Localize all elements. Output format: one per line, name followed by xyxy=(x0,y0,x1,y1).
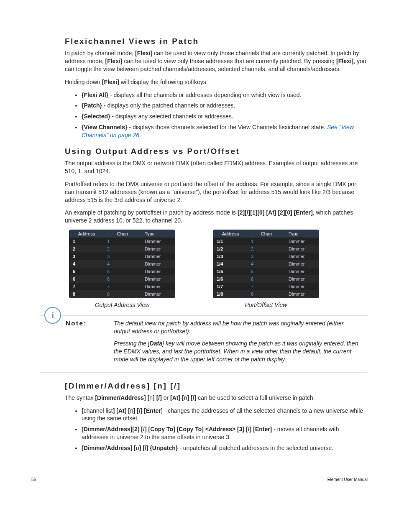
text: Pressing the [ xyxy=(114,340,150,347)
cell-type: Dimmer xyxy=(285,245,319,253)
text: or xyxy=(162,394,170,401)
text: ] [/] xyxy=(153,394,162,401)
cell-type: Dimmer xyxy=(141,268,175,275)
cell-chan: 6 xyxy=(248,275,285,283)
softkey-selected: {Selected} xyxy=(82,113,110,120)
text: can be used to view only those addresses… xyxy=(123,58,336,64)
col-header-address: Address xyxy=(213,230,248,238)
table-row: 55Dimmer xyxy=(69,268,175,275)
table-row: 66Dimmer xyxy=(69,275,175,283)
key-flexi: [Flexi] xyxy=(105,58,123,64)
text: can be used to select a full universe in… xyxy=(196,394,315,401)
cell-chan: 5 xyxy=(248,268,285,275)
cell-type: Dimmer xyxy=(141,238,175,245)
flex-paragraph-1: In patch by channel mode, [Flexi] can be… xyxy=(65,49,368,73)
softkey-flexi-all: {Flexi All} xyxy=(82,92,108,98)
note-paragraph: Pressing the [Data] key will move betwee… xyxy=(114,340,359,363)
port-offset-table: Address Chan Type 1/11Dimmer1/22Dimmer1/… xyxy=(213,230,319,298)
cell-address: 6 xyxy=(69,275,104,283)
output-paragraph-2: Port/offset refers to the DMX universe o… xyxy=(65,180,368,204)
table-row: 77Dimmer xyxy=(69,283,175,290)
cell-type: Dimmer xyxy=(141,245,175,253)
cell-address: 4 xyxy=(69,260,104,268)
caption-port-offset: Port/Offset View xyxy=(213,302,319,308)
flex-paragraph-2: Holding down [Flexi] will display the fo… xyxy=(65,78,368,86)
cell-chan: 8 xyxy=(104,290,141,298)
key-sequence: [2][/][1][0] [At] [2][0] [Enter] xyxy=(238,209,313,216)
table-row: 1/22Dimmer xyxy=(213,245,319,253)
text: ] [/] xyxy=(187,394,197,401)
key-flexi: [Flexi] xyxy=(135,50,152,56)
cell-type: Dimmer xyxy=(285,275,319,283)
cell-chan: 6 xyxy=(104,275,141,283)
softkey-view-channels: {View Channels} xyxy=(82,124,127,130)
table-row: 1/88Dimmer xyxy=(213,290,319,298)
cell-address: 1/1 xyxy=(213,238,248,245)
dimmer-paragraph: The syntax [Dimmer/Address] [n] [/] or [… xyxy=(65,394,368,402)
note-label: Note: xyxy=(66,320,114,367)
cell-type: Dimmer xyxy=(285,290,319,298)
page-number: 56 xyxy=(31,477,36,482)
cell-address: 1/5 xyxy=(213,268,248,275)
cell-chan: 5 xyxy=(104,268,141,275)
table-row: 1/55Dimmer xyxy=(213,268,319,275)
list-item: [Dimmer/Address] [n] [/] {Unpatch} - unp… xyxy=(82,444,368,452)
text: will display the following softkeys: xyxy=(119,79,208,85)
cell-type: Dimmer xyxy=(285,238,319,245)
cell-type: Dimmer xyxy=(141,283,175,290)
table-row: 33Dimmer xyxy=(69,253,175,260)
text: [At] [ xyxy=(170,394,184,401)
heading-output-address: Using Output Address vs Port/Offset xyxy=(65,147,368,156)
cell-address: 1/2 xyxy=(213,245,248,253)
cell-chan: 7 xyxy=(104,283,141,290)
text: n xyxy=(149,394,153,401)
text: Holding down xyxy=(65,79,102,85)
page-footer: 56 Element User Manual xyxy=(31,477,368,482)
note-text: The default view for patch by address wi… xyxy=(114,320,368,367)
list-item: {View Channels} - displays those channel… xyxy=(82,123,368,139)
key-data: Data xyxy=(150,340,162,347)
cell-chan: 1 xyxy=(104,238,141,245)
document-title: Element User Manual xyxy=(327,477,368,482)
output-paragraph-3: An example of patching by port/offset in… xyxy=(65,209,368,225)
cell-chan: 4 xyxy=(104,260,141,268)
key-flexi: [Flexi] xyxy=(102,79,119,85)
cell-chan: 3 xyxy=(248,253,285,260)
text: - displays those channels selected for t… xyxy=(127,124,327,130)
table-row: 1/66Dimmer xyxy=(213,275,319,283)
heading-flexichannel: Flexichannel Views in Patch xyxy=(65,37,368,46)
text: ] [/] {Unpatch} xyxy=(139,445,178,451)
table-row: 1/77Dimmer xyxy=(213,283,319,290)
info-icon: i xyxy=(44,307,61,324)
cell-chan: 8 xyxy=(248,290,285,298)
cell-chan: 7 xyxy=(248,283,285,290)
col-header-chan: Chan xyxy=(104,230,141,238)
cell-chan: 1 xyxy=(248,238,285,245)
cell-address: 1/7 xyxy=(213,283,248,290)
text: ] [At] [ xyxy=(113,407,130,414)
col-header-chan: Chan xyxy=(248,230,285,238)
cell-address: 8 xyxy=(69,290,104,298)
list-item: [Dimmer/Address][2] [/] [Copy To] [Copy … xyxy=(82,425,368,441)
table-row: 1/11Dimmer xyxy=(213,238,319,245)
cell-address: 5 xyxy=(69,268,104,275)
text: channel list xyxy=(84,407,113,414)
caption-output-address: Output Address View xyxy=(69,302,175,308)
cell-type: Dimmer xyxy=(141,253,175,260)
dimmer-list: [channel list] [At] [n] [/] [Enter] - ch… xyxy=(65,407,368,452)
table-row: 22Dimmer xyxy=(69,245,175,253)
text: n xyxy=(130,407,133,414)
output-address-table: Address Chan Type 11Dimmer22Dimmer33Dimm… xyxy=(69,230,175,298)
table-row: 44Dimmer xyxy=(69,260,175,268)
text: An example of patching by port/offset in… xyxy=(65,209,238,216)
cell-chan: 2 xyxy=(248,245,285,253)
list-item: [channel list] [At] [n] [/] [Enter] - ch… xyxy=(82,407,368,423)
cell-address: 1/3 xyxy=(213,253,248,260)
text: In patch by channel mode, xyxy=(65,50,135,56)
text: ] [/] [Enter xyxy=(133,407,161,414)
cell-address: 1/8 xyxy=(213,290,248,298)
output-paragraph-1: The output address is the DMX or network… xyxy=(65,159,368,175)
text: n xyxy=(184,394,187,401)
table-header-row: Address Chan Type xyxy=(69,230,175,238)
key-sequence: [Dimmer/Address][2] [/] [Copy To] [Copy … xyxy=(82,426,272,432)
